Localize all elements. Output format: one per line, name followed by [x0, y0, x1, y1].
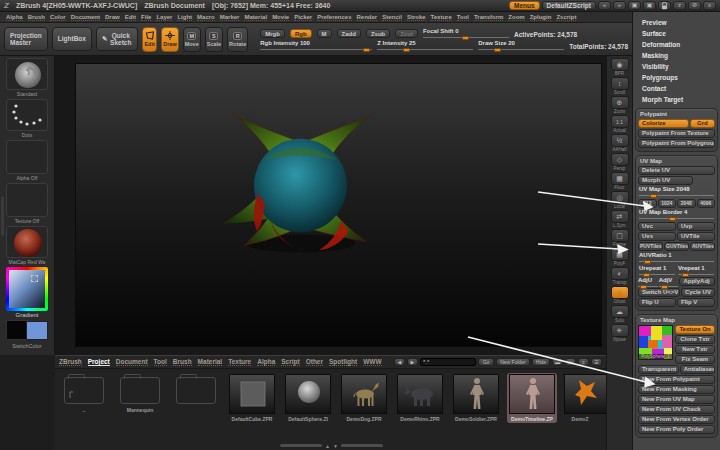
adju-slider[interactable]: AdjU — [638, 277, 658, 287]
mrgb-button[interactable]: Mrgb — [260, 29, 285, 38]
material-selector[interactable]: MatCap Red Wa — [4, 226, 50, 265]
new-texture-button[interactable]: New Txtr — [675, 345, 715, 354]
section-visibility[interactable]: Visibility — [635, 61, 718, 72]
go-button[interactable]: Go — [478, 358, 494, 366]
menu-zplugin[interactable]: Zplugin — [530, 14, 552, 21]
shelf-frame-button[interactable]: ▢Frame — [609, 229, 631, 247]
vrepeat-slider[interactable]: Vrepeat 1 — [678, 265, 714, 275]
shelf-lsym-button[interactable]: ⇄L.Sym — [609, 210, 631, 228]
window-layout-icon[interactable]: ▣ — [643, 1, 656, 10]
restore-button[interactable]: ⊘ — [688, 1, 701, 10]
lightbox-next-icon[interactable]: ▶ — [407, 358, 418, 366]
section-polygroups[interactable]: Polygroups — [635, 72, 718, 83]
tab-www[interactable]: WWW — [363, 358, 381, 366]
new-from-uv-map-button[interactable]: New From UV Map — [638, 395, 715, 404]
delete-uv-button[interactable]: Delete UV — [638, 166, 715, 175]
uv-map-size-slider[interactable]: UV Map Size 2048 — [639, 186, 714, 196]
polypaint-from-polygroup-button[interactable]: Polypaint From Polygroup — [638, 139, 715, 148]
file-demo-dog[interactable]: DemoDog.ZPR — [339, 373, 389, 423]
file-default-sphere[interactable]: DefaultSphere.ZI — [283, 373, 333, 423]
default-zscript-button[interactable]: DefaultZScript — [542, 1, 596, 10]
adjv-slider[interactable]: AdjV — [659, 277, 679, 287]
menu-zscript[interactable]: Zscript — [556, 14, 576, 21]
zscript-prev-icon[interactable]: « — [598, 1, 611, 10]
menu-layer[interactable]: Layer — [156, 14, 172, 21]
uv-size-2048-button[interactable]: 2048 — [677, 199, 696, 208]
focal-shift-slider[interactable]: Focal Shift 0 — [423, 28, 509, 38]
tab-other[interactable]: Other — [306, 358, 323, 366]
minimize-button[interactable]: z — [673, 1, 686, 10]
draw-button[interactable]: Draw — [161, 27, 178, 52]
menu-document[interactable]: Document — [71, 14, 100, 21]
folder-unnamed[interactable] — [171, 373, 221, 408]
texture-map-header[interactable]: Texture Map — [638, 317, 715, 325]
texture-selector[interactable]: Texture Off — [4, 183, 50, 224]
draw-size-slider[interactable]: Draw Size 20 — [478, 40, 564, 50]
tab-texture[interactable]: Texture — [228, 358, 251, 366]
section-morph-target[interactable]: Morph Target — [635, 94, 718, 105]
menu-tool[interactable]: Tool — [457, 14, 469, 21]
lightbox-button[interactable]: LightBox — [52, 27, 92, 51]
shelf-xpose-button[interactable]: ✳Xpose — [609, 324, 631, 342]
rgb-intensity-slider[interactable]: Rgb Intensity 100 — [260, 40, 372, 50]
z-intensity-slider[interactable]: Z Intensity 25 — [377, 40, 473, 50]
view-size-small-icon[interactable]: ▭ — [565, 358, 576, 366]
section-masking[interactable]: Masking — [635, 50, 718, 61]
new-from-polypaint-button[interactable]: New From Polypaint — [638, 375, 715, 384]
guvtiles-button[interactable]: GUVTiles — [664, 242, 689, 251]
transparent-button[interactable]: Transparent — [638, 365, 679, 374]
folder-mannequin[interactable]: Mannequin — [115, 373, 165, 414]
zsub-button[interactable]: Zsub — [366, 29, 390, 38]
folder-up[interactable]: .. — [59, 373, 109, 414]
projection-master-button[interactable]: Projection Master — [4, 27, 48, 51]
menu-alpha[interactable]: Alpha — [6, 14, 23, 21]
uv-map-border-slider[interactable]: UV Map Border 4 — [639, 209, 714, 219]
cycle-uv-button[interactable]: Cycle UV — [681, 288, 715, 297]
shelf-polyf-button[interactable]: ▦PolyF — [609, 248, 631, 266]
filter-input[interactable] — [420, 358, 476, 366]
urepeat-slider[interactable]: Urepeat 1 — [639, 265, 675, 275]
section-contact[interactable]: Contact — [635, 83, 718, 94]
hide-button[interactable]: Hide — [532, 358, 550, 366]
shelf-local-button[interactable]: ◎Local — [609, 191, 631, 209]
lightbox-prev-icon[interactable]: ◀ — [394, 358, 405, 366]
menu-file[interactable]: File — [141, 14, 151, 21]
tab-script[interactable]: Script — [281, 358, 299, 366]
rotate-button[interactable]: R Rotate — [227, 27, 248, 52]
flip-v-button[interactable]: Flip V — [677, 298, 715, 307]
shelf-persp-button[interactable]: ◇Persp — [609, 153, 631, 171]
shelf-scroll-button[interactable]: ↕Scroll — [609, 77, 631, 95]
menu-marker[interactable]: Marker — [220, 14, 240, 21]
menu-texture[interactable]: Texture — [431, 14, 452, 21]
shelf-floor-button[interactable]: ▦Floor — [609, 172, 631, 190]
colorize-button[interactable]: Colorize — [638, 119, 689, 128]
menu-material[interactable]: Material — [244, 14, 267, 21]
uvc-button[interactable]: Uvc — [638, 222, 676, 231]
menu-preferences[interactable]: Preferences — [317, 14, 351, 21]
new-from-vertex-order-button[interactable]: New From Vertex Order — [638, 415, 715, 424]
uv-size-512-button[interactable]: 512 — [638, 199, 657, 208]
uvs-button[interactable]: Uvs — [638, 232, 676, 241]
edit-button[interactable]: Edit — [142, 27, 157, 52]
view-details-icon[interactable]: ☰ — [591, 358, 602, 366]
file-demo-soldier[interactable]: DemoSoldier.ZPR — [451, 373, 501, 423]
switch-uv-button[interactable]: Switch U<>V — [638, 288, 680, 297]
tab-tool[interactable]: Tool — [154, 358, 167, 366]
menu-draw[interactable]: Draw — [105, 14, 120, 21]
flip-u-button[interactable]: Flip U — [638, 298, 676, 307]
section-surface[interactable]: Surface — [635, 28, 718, 39]
puvtiles-button[interactable]: PUVTiles — [638, 242, 663, 251]
clone-texture-button[interactable]: Clone Txtr — [675, 335, 715, 344]
color-picker[interactable]: Gradient — [4, 267, 50, 318]
texture-on-button[interactable]: Texture On — [675, 325, 715, 334]
shelf-zoom-button[interactable]: ⊕Zoom — [609, 96, 631, 114]
menu-edit[interactable]: Edit — [125, 14, 136, 21]
lightbox-scrollbar[interactable]: ▲ ▼ — [55, 441, 606, 450]
new-from-poly-order-button[interactable]: New From Poly Order — [638, 425, 715, 434]
shelf-transp-button[interactable]: ◐Transp — [609, 267, 631, 285]
fix-seam-button[interactable]: Fix Seam — [675, 355, 715, 364]
uv-size-1024-button[interactable]: 1024 — [658, 199, 677, 208]
new-from-uv-check-button[interactable]: New From UV Check — [638, 405, 715, 414]
menu-macro[interactable]: Macro — [197, 14, 215, 21]
shelf-ghost-button[interactable]: ◌Ghost — [609, 286, 631, 304]
